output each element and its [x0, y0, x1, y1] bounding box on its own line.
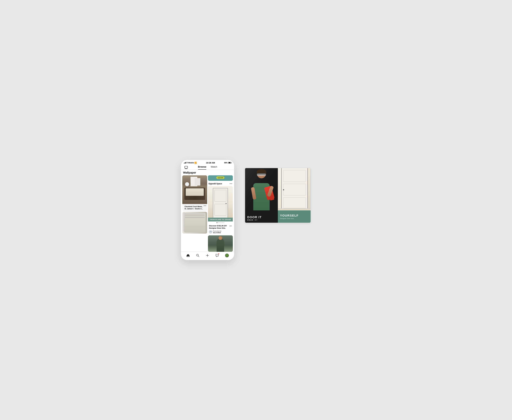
carousel-dots — [208, 221, 233, 224]
ad-card[interactable]: DOOR IT EVELIN ™ DIY YOURSELF Designer D… — [245, 168, 311, 223]
phone-content: Wallpaper — [181, 170, 234, 252]
status-left: T-Mobile 📶 — [184, 162, 197, 164]
jw-logo: JW — [209, 230, 212, 233]
carousel-dot-4 — [221, 222, 221, 223]
signal-bars — [184, 162, 186, 164]
wallpaper-label: Wallpaper — [181, 170, 234, 175]
svg-line-5 — [198, 256, 199, 257]
carrier-name: T-Mobile — [187, 162, 194, 164]
carousel-dot-5 — [222, 222, 223, 223]
ad-bottom-left: DOOR IT EVELIN ™ DIY — [245, 210, 278, 223]
carousel-dot-6 — [223, 222, 224, 223]
oppodd-header: oppodd — [208, 175, 233, 180]
oppodd-badge: oppodd — [216, 176, 225, 179]
door-overlay-label: FROM BLAND TO GRAND — [208, 218, 233, 221]
ad-diy-label: DIY — [255, 219, 257, 221]
evelin-title-row: Discover EVELIN DIY Designer Door Kits. … — [208, 224, 233, 230]
battery-percent: 96% — [224, 162, 227, 164]
nav-profile[interactable]: 🌿 — [225, 254, 229, 257]
pantry-pin-card[interactable] — [182, 212, 207, 234]
nav-tabs: Browse Watch — [198, 165, 217, 170]
ad-person-half — [245, 168, 278, 210]
phone-frame: T-Mobile 📶 10:28 AM 96% — [181, 160, 234, 260]
evelin-title: Discover EVELIN DIY Designer Door Kits. — [209, 225, 229, 229]
left-column: ••• Cleveland Court Mews, St. James's - … — [182, 175, 207, 252]
ad-yourself-text: YOURSELF — [280, 214, 309, 217]
nav-add[interactable] — [206, 254, 209, 257]
phone-nav: Browse Watch — [181, 165, 234, 170]
door-pin-card[interactable]: FROM BLAND TO GRAND — [208, 186, 233, 235]
svg-point-4 — [196, 254, 198, 256]
bedroom-image — [182, 175, 207, 204]
profile-avatar: 🌿 — [225, 254, 229, 257]
chat-notification-badge — [218, 253, 219, 254]
oppodd-space-row: Oppodd Space ••• — [208, 182, 233, 185]
ad-designer-label: Designer Door Kits — [280, 218, 309, 219]
wifi-icon: 📶 — [195, 162, 197, 164]
svg-rect-0 — [185, 166, 188, 168]
door-image: FROM BLAND TO GRAND — [208, 186, 233, 221]
ad-bottom-bar: DOOR IT EVELIN ™ DIY YOURSELF Designer D… — [245, 210, 311, 223]
oppodd-space-title: Oppodd Space — [209, 183, 222, 185]
pantry-image — [182, 212, 207, 234]
ad-evelin-brand: EVELIN ™ DIY — [247, 219, 276, 221]
battery-icon — [228, 162, 231, 164]
feed-columns: ••• Cleveland Court Mews, St. James's - … — [181, 175, 234, 252]
promo-text: Promoted by JELD-WEN — [213, 230, 221, 233]
oppodd-more-dots[interactable]: ••• — [230, 182, 232, 185]
evelin-promo-row: JW Promoted by JELD-WEN — [208, 230, 233, 235]
ad-door-it-text: DOOR IT — [247, 216, 276, 219]
carousel-dot-1 — [217, 222, 217, 223]
status-bar: T-Mobile 📶 10:28 AM 96% — [181, 160, 234, 165]
evelin-more-dots[interactable]: ••• — [229, 225, 232, 227]
ad-evelin-text: EVELIN — [247, 219, 253, 221]
bedroom-pin-card[interactable]: ••• Cleveland Court Mews, St. James's - … — [182, 175, 207, 211]
scene: T-Mobile 📶 10:28 AM 96% — [181, 160, 331, 260]
right-column: oppodd Oppodd Space ••• — [208, 175, 233, 252]
ad-image-area — [245, 168, 311, 210]
tab-browse[interactable]: Browse — [198, 165, 206, 170]
status-right: 96% — [224, 162, 231, 164]
nav-chat[interactable] — [215, 254, 219, 257]
carousel-dot-2 — [218, 222, 219, 223]
tab-watch[interactable]: Watch — [211, 165, 217, 170]
pin-dots[interactable]: ••• — [203, 204, 206, 207]
nav-search[interactable] — [196, 254, 200, 257]
carousel-dot-3 — [219, 222, 220, 223]
ad-door — [281, 168, 308, 210]
nav-home[interactable] — [186, 254, 190, 257]
tv-icon — [184, 165, 188, 170]
clock: 10:28 AM — [206, 162, 215, 164]
ad-door-half — [278, 168, 311, 210]
ad-bottom-right: YOURSELF Designer Door Kits — [278, 210, 311, 223]
bedroom-pin-label: Cleveland Court Mews, St. James's - Stud… — [183, 205, 206, 210]
person-figure — [249, 168, 274, 210]
bottom-nav: 🌿 — [181, 252, 234, 260]
fashion-pin-card[interactable] — [208, 235, 233, 252]
ad-tm-symbol: ™ — [253, 219, 254, 220]
oppodd-section: oppodd — [208, 175, 233, 181]
